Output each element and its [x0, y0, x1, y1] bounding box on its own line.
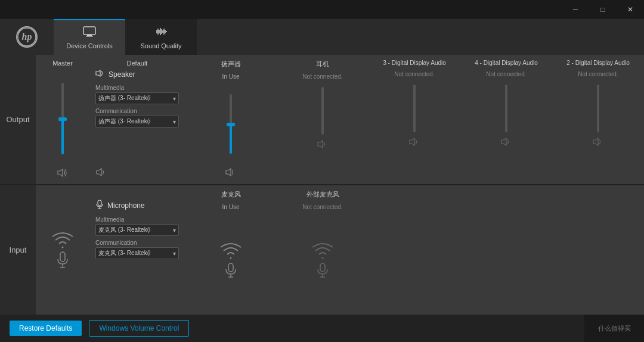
svg-marker-22 [593, 138, 598, 145]
yangshengqi-title: 扬声器 [221, 60, 241, 69]
speaker-icon [95, 69, 105, 80]
yangshengqi-card: 扬声器 In Use [185, 55, 277, 184]
svg-marker-16 [96, 70, 100, 76]
output-multimedia-dropdown-text: 扬声器 (3- Realtek(i [98, 94, 173, 102]
svg-rect-4 [86, 36, 93, 37]
earphone-slider [321, 87, 324, 135]
digital2-slider [597, 85, 599, 132]
input-multimedia-dropdown-arrow: ▾ [173, 227, 176, 234]
logo-area: hp [0, 19, 54, 55]
yangshengqi-status: In Use [222, 73, 240, 80]
svg-rect-2 [83, 27, 95, 35]
digital4-slider [505, 85, 507, 132]
input-master-card [36, 185, 89, 315]
microphone-device-name: Microphone [107, 201, 145, 210]
input-communication-dropdown-text: 麦克风 (3- Realtek(i [98, 249, 173, 257]
maike-title: 麦克风 [221, 190, 241, 199]
digital4-volume-icon [500, 137, 512, 149]
yangshengqi-volume-icon [225, 167, 237, 179]
microphone-device-row: Microphone [95, 200, 179, 212]
svg-text:hp: hp [22, 32, 32, 42]
speaker-device-row: Speaker [95, 69, 179, 80]
input-multimedia-dropdown-text: 麦克风 (3- Realtek(i [98, 226, 173, 234]
output-communication-label: Communication [95, 108, 179, 114]
input-communication-dropdown[interactable]: 麦克风 (3- Realtek(i ▾ [95, 247, 179, 259]
input-label: Input [0, 185, 36, 315]
output-default-card: Default Speaker Multimedia 扬声器 (3- Realt… [89, 55, 185, 184]
tab-sound-quality[interactable]: Sound Quality [125, 19, 197, 55]
maike-card: 麦克风 In Use [185, 185, 277, 315]
speaker-device-name: Speaker [109, 70, 135, 79]
input-master-icons [51, 190, 75, 310]
output-communication-dropdown[interactable]: 扬声器 (3- Realtek(i ▾ [95, 116, 179, 128]
input-default-card: Microphone Multimedia 麦克风 (3- Realtek(i … [89, 185, 185, 315]
output-communication-dropdown-text: 扬声器 (3- Realtek(i [98, 117, 173, 126]
digital3-card: 3 - Digital Display Audio Not connected. [369, 55, 460, 184]
hp-logo: hp [16, 26, 38, 48]
digital2-card: 2 - Digital Display Audio Not connected. [552, 55, 644, 184]
earphone-volume-icon [317, 139, 329, 151]
input-filler2 [460, 185, 552, 315]
minimize-button[interactable]: ─ [562, 0, 589, 19]
output-multimedia-label: Multimedia [95, 85, 179, 91]
digital4-title: 4 - Digital Display Audio [475, 60, 538, 66]
master-slider-area [61, 69, 64, 168]
device-controls-icon [83, 26, 96, 40]
waibumaikefeng-title: 外部麦克风 [306, 190, 339, 199]
output-default-title: Default [95, 60, 179, 67]
tab-sound-quality-label: Sound Quality [140, 42, 181, 49]
digital2-volume-icon [592, 137, 604, 149]
maximize-button[interactable]: □ [589, 0, 617, 19]
digital3-status: Not connected. [394, 71, 434, 77]
tab-device-controls-label: Device Controls [66, 42, 113, 49]
input-multimedia-label: Multimedia [95, 216, 179, 223]
tab-bar: Device Controls Sound Quality [54, 19, 644, 55]
input-filler3 [552, 185, 644, 315]
waibumaikefeng-card: 外部麦克风 Not connected. [277, 185, 369, 315]
master-title: Master [52, 60, 73, 67]
master-volume-icon [57, 168, 69, 179]
svg-marker-15 [58, 169, 63, 176]
svg-rect-29 [228, 263, 233, 272]
master-card: Master [36, 55, 89, 184]
input-communication-label: Communication [95, 240, 179, 246]
output-label: Output [0, 55, 36, 184]
digital4-status: Not connected. [486, 71, 526, 77]
watermark: 什么值得买 [584, 315, 644, 342]
digital3-slider [413, 85, 416, 132]
digital4-card: 4 - Digital Display Audio Not connected. [460, 55, 552, 184]
input-multimedia-dropdown[interactable]: 麦克风 (3- Realtek(i ▾ [95, 224, 179, 236]
svg-marker-17 [97, 169, 101, 176]
digital2-title: 2 - Digital Display Audio [566, 60, 630, 66]
watermark-text: 什么值得买 [598, 324, 631, 333]
earphone-status: Not connected. [302, 73, 342, 80]
title-bar: ─ □ ✕ [0, 0, 644, 19]
microphone-icon [95, 200, 104, 212]
restore-defaults-button[interactable]: Restore Defaults [10, 321, 82, 336]
svg-rect-3 [87, 35, 92, 36]
maike-status: In Use [222, 204, 240, 210]
output-communication-dropdown-arrow: ▾ [173, 119, 176, 125]
svg-rect-32 [320, 263, 325, 272]
close-button[interactable]: ✕ [617, 0, 644, 19]
sound-quality-icon [154, 26, 168, 40]
svg-rect-23 [60, 252, 65, 262]
waibumaikefeng-status: Not connected. [302, 204, 342, 210]
digital2-status: Not connected. [578, 71, 618, 77]
windows-volume-button[interactable]: Windows Volume Control [89, 320, 189, 337]
digital3-title: 3 - Digital Display Audio [383, 60, 446, 66]
input-row: Input [0, 185, 644, 315]
main-content: Output Master De [0, 55, 644, 315]
output-row: Output Master De [0, 55, 644, 184]
tab-device-controls[interactable]: Device Controls [54, 19, 125, 55]
svg-marker-20 [410, 138, 414, 145]
svg-marker-21 [501, 138, 506, 145]
earphone-title: 耳机 [316, 60, 329, 69]
svg-marker-18 [226, 169, 231, 176]
output-multimedia-dropdown-arrow: ▾ [173, 95, 176, 102]
input-filler1 [369, 185, 460, 315]
digital3-volume-icon [408, 137, 420, 149]
input-communication-dropdown-arrow: ▾ [173, 250, 176, 257]
earphone-card: 耳机 Not connected. [277, 55, 369, 184]
output-multimedia-dropdown[interactable]: 扬声器 (3- Realtek(i ▾ [95, 92, 179, 104]
